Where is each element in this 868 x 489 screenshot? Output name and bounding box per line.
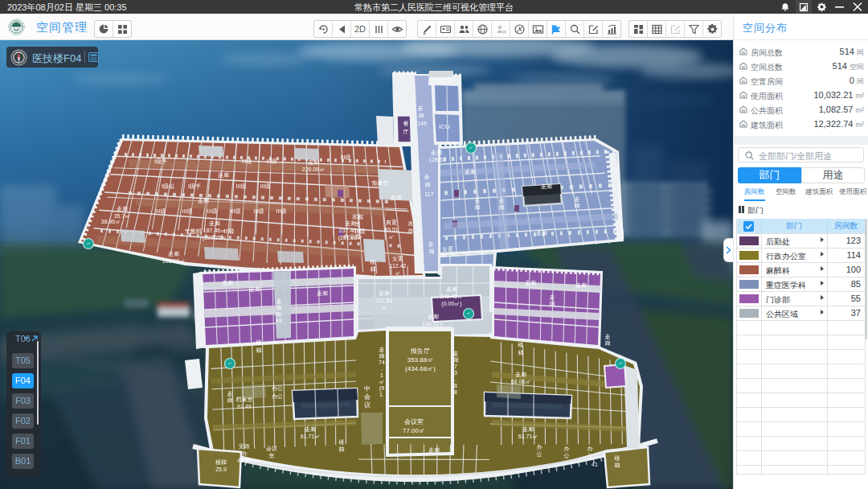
svg-text:走廊: 走廊: [218, 172, 229, 179]
svg-text:117.51: 117.51: [376, 298, 393, 303]
svg-text:145: 145: [417, 121, 427, 126]
svg-text:议: 议: [364, 401, 371, 409]
svg-text:走廊: 走廊: [541, 183, 552, 190]
svg-text:走廊: 走廊: [515, 372, 526, 378]
svg-text:41: 41: [592, 462, 598, 467]
svg-text:女更: 女更: [392, 256, 403, 262]
svg-text:128.52: 128.52: [428, 157, 446, 162]
svg-text:III级: III级: [242, 158, 252, 164]
svg-text:走: 走: [424, 174, 430, 180]
svg-text:3: 3: [454, 370, 457, 376]
svg-text:III级: III级: [224, 228, 235, 234]
svg-text:38.96㎡: 38.96㎡: [101, 219, 121, 224]
svg-text:梯: 梯: [518, 350, 524, 355]
svg-text:III级: III级: [156, 208, 166, 214]
svg-text:III级: III级: [260, 183, 271, 189]
svg-text:走廊: 走廊: [222, 280, 233, 286]
svg-text:报告厅: 报告厅: [410, 347, 430, 355]
svg-text:公: 公: [564, 453, 570, 458]
svg-text:廊: 廊: [425, 182, 431, 187]
svg-text:室: 室: [269, 453, 275, 458]
svg-text:走: 走: [227, 391, 233, 397]
svg-text:走廊: 走廊: [168, 251, 179, 257]
svg-text:廊: 廊: [550, 301, 555, 306]
svg-text:353.88㎡: 353.88㎡: [407, 356, 433, 364]
svg-text:112.42: 112.42: [390, 263, 407, 269]
svg-text:公: 公: [537, 451, 542, 457]
svg-text:廊: 廊: [227, 397, 233, 403]
svg-text:8: 8: [454, 383, 457, 388]
svg-text:I级铅: I级铅: [162, 183, 174, 190]
svg-text:走廊: 走廊: [446, 286, 457, 293]
svg-text:无菌间: 无菌间: [185, 228, 202, 235]
svg-text:廊: 廊: [499, 204, 505, 210]
svg-text:III级: III级: [231, 208, 241, 214]
svg-text:楼: 楼: [256, 339, 262, 346]
svg-text:ICU: ICU: [439, 123, 450, 130]
svg-text:楼: 楼: [339, 439, 345, 446]
svg-text:走: 走: [499, 198, 505, 204]
svg-text:会议室: 会议室: [404, 418, 424, 425]
svg-text:(290.25㎡: (290.25㎡: [203, 235, 227, 241]
svg-text:预麻室: 预麻室: [372, 180, 389, 187]
svg-text:走廊: 走廊: [249, 286, 260, 293]
svg-text:会议: 会议: [266, 446, 277, 452]
svg-text:廊: 廊: [605, 340, 611, 346]
svg-text:走廊: 走廊: [575, 282, 587, 289]
svg-text:办: 办: [242, 450, 248, 456]
svg-text:楼: 楼: [518, 342, 524, 348]
svg-text:38.: 38.: [275, 311, 283, 317]
svg-text:楼梯: 楼梯: [215, 459, 227, 466]
svg-text:(0.00㎡): (0.00㎡): [441, 301, 461, 307]
svg-text:走: 走: [276, 298, 282, 305]
svg-text:办公室: 办公室: [344, 233, 361, 239]
svg-text:1: 1: [380, 372, 383, 378]
svg-text:办公: 办公: [272, 393, 283, 399]
svg-text:44.57: 44.57: [237, 458, 252, 463]
svg-text:走廊: 走廊: [428, 447, 440, 454]
svg-text:1.: 1.: [379, 392, 384, 397]
svg-text:走: 走: [379, 347, 385, 353]
svg-text:办: 办: [588, 446, 594, 451]
svg-text:廊: 廊: [419, 113, 424, 118]
svg-text:楼: 楼: [371, 259, 376, 265]
svg-text:(9: (9: [379, 385, 384, 392]
svg-text:走廊: 走廊: [317, 290, 328, 297]
svg-text:㎡: ㎡: [382, 305, 387, 310]
svg-text:220.09㎡: 220.09㎡: [302, 166, 325, 172]
svg-text:走廊: 走廊: [536, 230, 547, 236]
svg-text:会: 会: [364, 393, 371, 401]
svg-text:237.46㎡: 237.46㎡: [339, 228, 362, 233]
svg-text:苏醒: 苏醒: [352, 214, 363, 220]
svg-text:公: 公: [588, 453, 593, 458]
svg-text:117: 117: [424, 191, 433, 197]
svg-text:走廊: 走廊: [198, 198, 209, 204]
svg-text:62.49: 62.49: [237, 404, 252, 409]
svg-text:走廊: 走廊: [117, 206, 128, 212]
svg-text:走廊: 走廊: [428, 314, 439, 320]
svg-text:厅: 厅: [403, 129, 409, 134]
svg-text:走: 走: [605, 334, 611, 340]
svg-text:I级手: I级手: [154, 158, 167, 164]
svg-text:走廊: 走廊: [308, 159, 319, 166]
svg-text:走廊: 走廊: [431, 150, 442, 156]
svg-text:换床: 换床: [391, 195, 402, 201]
svg-text:61.71㎡: 61.71㎡: [518, 434, 538, 439]
svg-text:III级: III级: [276, 208, 287, 214]
svg-text:走: 走: [428, 241, 434, 248]
svg-text:187.46㎡: 187.46㎡: [203, 228, 226, 233]
svg-text:餐: 餐: [403, 121, 409, 126]
svg-text:249.45㎡: 249.45㎡: [440, 294, 463, 299]
svg-text:㎡: ㎡: [379, 379, 385, 384]
svg-text:办公: 办公: [272, 385, 283, 391]
svg-text:廊: 廊: [429, 249, 435, 254]
svg-text:楼: 楼: [615, 455, 620, 462]
svg-text:梯: 梯: [370, 266, 376, 272]
svg-text:梯: 梯: [338, 446, 345, 452]
svg-text:III级: III级: [207, 208, 218, 214]
svg-text:走廊: 走廊: [465, 169, 476, 175]
svg-text:III级: III级: [182, 208, 193, 214]
svg-text:III级: III级: [254, 208, 264, 214]
svg-text:廊: 廊: [453, 357, 459, 363]
svg-text:68.08㎡: 68.08㎡: [511, 379, 531, 384]
